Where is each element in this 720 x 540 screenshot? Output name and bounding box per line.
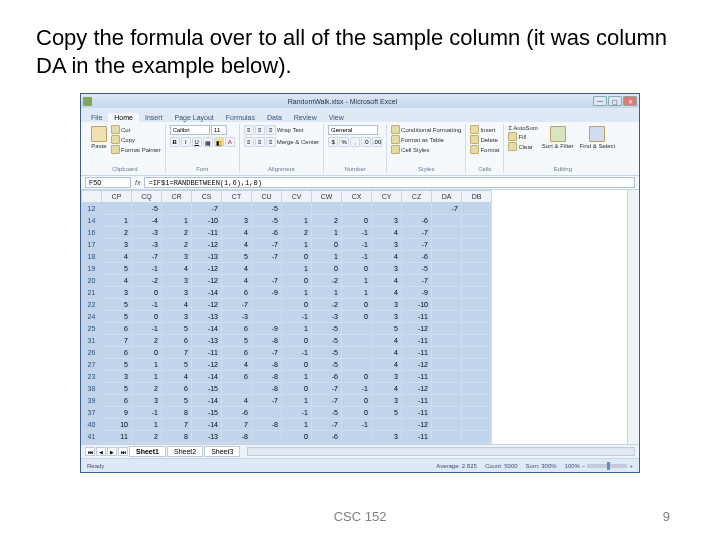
cell[interactable]: -7 bbox=[252, 275, 282, 287]
cell[interactable]: -14 bbox=[192, 419, 222, 431]
cell[interactable]: 5 bbox=[102, 383, 132, 395]
cell[interactable]: -8 bbox=[252, 383, 282, 395]
cell[interactable]: 6 bbox=[222, 287, 252, 299]
select-all-corner[interactable] bbox=[82, 191, 102, 203]
cell[interactable]: -1 bbox=[282, 443, 312, 445]
cell[interactable]: 9 bbox=[162, 443, 192, 445]
column-header[interactable]: CW bbox=[312, 191, 342, 203]
cell[interactable]: 4 bbox=[372, 287, 402, 299]
align-center-button[interactable]: ≡ bbox=[255, 137, 265, 147]
cell[interactable]: 0 bbox=[132, 311, 162, 323]
cell[interactable]: 2 bbox=[102, 227, 132, 239]
cell[interactable]: -1 bbox=[132, 407, 162, 419]
cell[interactable]: -5 bbox=[252, 215, 282, 227]
cell[interactable]: -6 bbox=[252, 227, 282, 239]
close-button[interactable]: ✕ bbox=[623, 96, 637, 106]
cell[interactable] bbox=[252, 431, 282, 443]
cell[interactable] bbox=[162, 203, 192, 215]
minimize-button[interactable]: — bbox=[593, 96, 607, 106]
cell[interactable] bbox=[432, 251, 462, 263]
row-header[interactable]: 37 bbox=[82, 407, 102, 419]
cell[interactable]: 1 bbox=[102, 215, 132, 227]
cell[interactable] bbox=[462, 239, 492, 251]
cell[interactable]: 3 bbox=[372, 299, 402, 311]
cell[interactable]: 5 bbox=[372, 323, 402, 335]
format-as-table-button[interactable]: Format as Table bbox=[391, 135, 461, 144]
cell[interactable]: 4 bbox=[162, 263, 192, 275]
align-top-button[interactable]: ≡ bbox=[244, 125, 254, 135]
cell[interactable] bbox=[462, 407, 492, 419]
cell[interactable]: -11 bbox=[402, 395, 432, 407]
cell[interactable]: -1 bbox=[342, 251, 372, 263]
cell[interactable]: 0 bbox=[282, 383, 312, 395]
cell[interactable]: -12 bbox=[192, 275, 222, 287]
number-format-select[interactable]: General bbox=[328, 125, 378, 135]
cell[interactable] bbox=[252, 299, 282, 311]
cell[interactable] bbox=[432, 431, 462, 443]
row-header[interactable]: 39 bbox=[82, 395, 102, 407]
cell[interactable]: 0 bbox=[282, 275, 312, 287]
cell[interactable]: 4 bbox=[102, 275, 132, 287]
cell[interactable]: -7 bbox=[402, 239, 432, 251]
cell[interactable]: -11 bbox=[402, 311, 432, 323]
cell[interactable]: 5 bbox=[162, 395, 192, 407]
row-header[interactable]: 41 bbox=[82, 431, 102, 443]
sheet-tab-3[interactable]: Sheet3 bbox=[204, 446, 240, 457]
cell[interactable] bbox=[432, 215, 462, 227]
cell[interactable]: 0 bbox=[342, 311, 372, 323]
cell[interactable]: 1 bbox=[282, 239, 312, 251]
cell[interactable]: 0 bbox=[342, 371, 372, 383]
cell[interactable]: -5 bbox=[312, 407, 342, 419]
cut-button[interactable]: Cut bbox=[111, 125, 161, 134]
italic-button[interactable]: I bbox=[181, 137, 191, 147]
tab-data[interactable]: Data bbox=[261, 113, 288, 122]
cell[interactable] bbox=[222, 443, 252, 445]
column-header[interactable]: CQ bbox=[132, 191, 162, 203]
cell[interactable]: -5 bbox=[252, 443, 282, 445]
cell[interactable]: 11 bbox=[102, 431, 132, 443]
cell[interactable] bbox=[462, 347, 492, 359]
cell[interactable]: 5 bbox=[102, 263, 132, 275]
cell[interactable]: 5 bbox=[102, 359, 132, 371]
cell-styles-button[interactable]: Cell Styles bbox=[391, 145, 461, 154]
cell[interactable]: 11 bbox=[102, 443, 132, 445]
cell[interactable]: 9 bbox=[102, 407, 132, 419]
insert-cells-button[interactable]: Insert bbox=[470, 125, 499, 134]
row-header[interactable]: 14 bbox=[82, 215, 102, 227]
cell[interactable]: -13 bbox=[192, 311, 222, 323]
cell[interactable]: -9 bbox=[252, 287, 282, 299]
cell[interactable] bbox=[462, 431, 492, 443]
cell[interactable]: -11 bbox=[402, 443, 432, 445]
cell[interactable]: -12 bbox=[192, 359, 222, 371]
cell[interactable]: -9 bbox=[252, 323, 282, 335]
cell[interactable]: -5 bbox=[402, 263, 432, 275]
name-box[interactable]: F50 bbox=[85, 177, 131, 188]
cell[interactable]: -8 bbox=[252, 359, 282, 371]
cell[interactable] bbox=[432, 227, 462, 239]
merge-center-button[interactable]: Merge & Center bbox=[277, 137, 319, 147]
cell[interactable] bbox=[462, 263, 492, 275]
tab-review[interactable]: Review bbox=[288, 113, 323, 122]
cell[interactable]: -3 bbox=[132, 239, 162, 251]
paste-button[interactable]: Paste bbox=[89, 125, 109, 150]
align-mid-button[interactable]: ≡ bbox=[255, 125, 265, 135]
formula-input[interactable]: =IF$1=RANDBETWEEN(1,6),1,0) bbox=[144, 177, 635, 188]
cell[interactable]: -13 bbox=[192, 335, 222, 347]
cell[interactable]: -7 bbox=[252, 347, 282, 359]
cell[interactable] bbox=[102, 203, 132, 215]
sheet-nav-next[interactable]: ▶ bbox=[107, 447, 117, 456]
column-header[interactable]: CU bbox=[252, 191, 282, 203]
column-header[interactable]: CZ bbox=[402, 191, 432, 203]
cell[interactable]: 1 bbox=[162, 215, 192, 227]
cell[interactable]: 1 bbox=[282, 419, 312, 431]
cell[interactable]: 0 bbox=[282, 251, 312, 263]
autosum-button[interactable]: ΣAutoSum bbox=[508, 125, 537, 131]
cell[interactable]: 0 bbox=[282, 335, 312, 347]
cell[interactable]: 6 bbox=[102, 323, 132, 335]
cell[interactable]: 0 bbox=[282, 359, 312, 371]
tab-page-layout[interactable]: Page Layout bbox=[168, 113, 219, 122]
cell[interactable]: -13 bbox=[192, 431, 222, 443]
cell[interactable]: -1 bbox=[132, 299, 162, 311]
cell[interactable]: 6 bbox=[222, 347, 252, 359]
cell[interactable] bbox=[342, 203, 372, 215]
